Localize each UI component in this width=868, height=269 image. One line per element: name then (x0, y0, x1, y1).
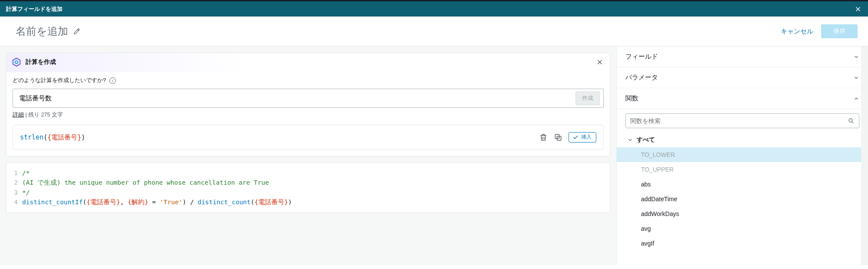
line-number: 4 (13, 197, 22, 207)
details-link[interactable]: 詳細 (13, 112, 24, 118)
line-number: 1 (13, 168, 22, 178)
chevron-down-icon (627, 137, 633, 143)
chevron-down-icon (853, 54, 859, 60)
info-icon[interactable]: i (109, 77, 116, 84)
scrollbar[interactable] (861, 46, 868, 265)
search-icon (848, 117, 855, 124)
fn-item[interactable]: TO_LOWER (617, 147, 868, 162)
suggestion-code: strlen({電話番号}) (20, 133, 85, 142)
chevron-up-icon (853, 96, 859, 102)
search-input[interactable] (630, 117, 844, 124)
fn-item[interactable]: abs (617, 177, 868, 192)
name-field-placeholder[interactable]: 名前を追加 (16, 24, 68, 38)
edit-icon[interactable] (73, 28, 80, 35)
titlebar: 計算フィールドを追加 (0, 1, 868, 17)
accordion-parameters[interactable]: パラメータ (617, 67, 868, 88)
ai-build-panel: 計算を作成 どのような計算を作成したいですか? i 作成 詳細 | 残り 275… (6, 53, 610, 156)
line-content: distinct_countIf({電話番号}, {解約} = 'True') … (22, 197, 292, 207)
fn-item[interactable]: avgIf (617, 236, 868, 251)
titlebar-title: 計算フィールドを追加 (6, 5, 62, 13)
prompt-label: どのような計算を作成したいですか? (13, 76, 106, 84)
prompt-input[interactable] (19, 95, 575, 102)
line-content: /* (22, 168, 30, 178)
close-icon[interactable] (596, 58, 604, 66)
ai-panel-title: 計算を作成 (26, 58, 56, 66)
line-content: */ (22, 188, 30, 197)
line-number: 2 (13, 178, 22, 187)
close-icon[interactable] (854, 5, 862, 13)
fn-item[interactable]: avg (617, 221, 868, 236)
svg-point-1 (15, 61, 18, 63)
editor-line: 1/* (13, 168, 604, 178)
accordion-functions[interactable]: 関数 (617, 88, 868, 109)
prompt-input-wrap: 作成 (13, 89, 604, 108)
name-row: 名前を追加 キャンセル 保存 (0, 17, 868, 46)
editor-line: 3*/ (13, 188, 604, 197)
svg-point-4 (849, 119, 852, 122)
delete-icon[interactable] (539, 133, 548, 142)
svg-marker-0 (13, 58, 20, 66)
chevron-down-icon (853, 75, 859, 81)
function-search[interactable] (625, 113, 859, 128)
create-button[interactable]: 作成 (575, 91, 600, 105)
copy-icon[interactable] (554, 133, 562, 142)
editor-line: 4distinct_countIf({電話番号}, {解約} = 'True')… (13, 197, 604, 207)
insert-button[interactable]: 挿入 (569, 132, 596, 143)
ai-suggestion: strlen({電話番号}) 挿入 (13, 125, 604, 150)
save-button[interactable]: 保存 (821, 24, 858, 38)
line-content: (AI で生成) the unique number of phone whos… (22, 178, 269, 187)
char-remaining: | 残り 275 文字 (24, 112, 63, 118)
fn-item[interactable]: addDateTime (617, 192, 868, 206)
fn-item[interactable]: TO_UPPER (617, 162, 868, 177)
fn-item[interactable]: addWorkDays (617, 206, 868, 221)
q-logo-icon (12, 57, 21, 67)
cancel-button[interactable]: キャンセル (781, 27, 813, 36)
accordion-fields[interactable]: フィールド (617, 46, 868, 67)
formula-editor[interactable]: 1/*2(AI で生成) the unique number of phone … (6, 163, 610, 213)
editor-line: 2(AI で生成) the unique number of phone who… (13, 178, 604, 187)
fn-group-all[interactable]: すべて (617, 133, 868, 147)
line-number: 3 (13, 188, 22, 197)
